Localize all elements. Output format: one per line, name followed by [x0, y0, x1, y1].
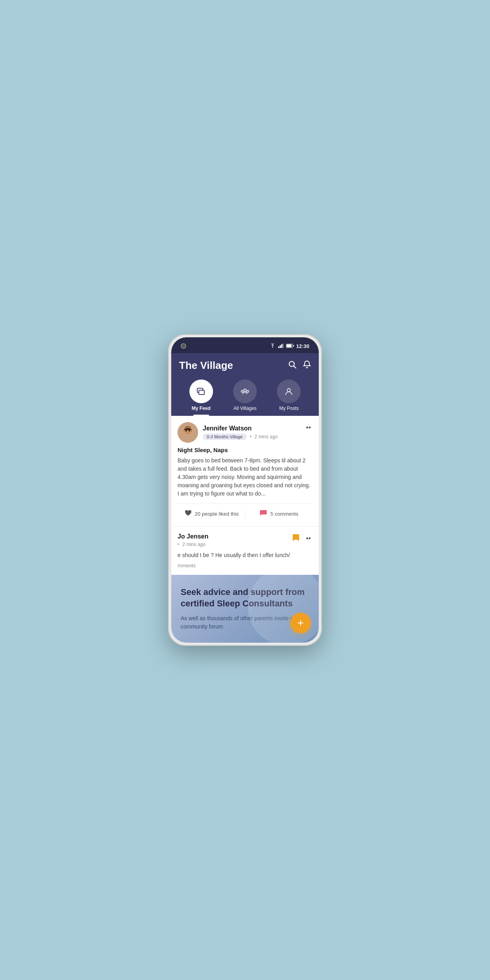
svg-rect-4	[283, 343, 284, 348]
heart-icon	[184, 509, 192, 518]
post-1-header-left: Jennifer Watson 0-3 Months Village • 2 m…	[178, 422, 278, 443]
post-1-author: Jennifer Watson	[203, 425, 278, 432]
post-1-meta: Jennifer Watson 0-3 Months Village • 2 m…	[203, 425, 278, 440]
battery-icon	[286, 344, 294, 349]
avatar-img	[178, 422, 198, 443]
svg-rect-11	[199, 390, 204, 395]
all-villages-icon-circle	[233, 380, 257, 403]
header-top: The Village	[179, 359, 311, 372]
more-options-button-1[interactable]: ••	[304, 422, 312, 434]
tab-my-feed[interactable]: My Feed	[185, 380, 217, 416]
post-1-meta-row: 0-3 Months Village • 2 mins ago	[203, 434, 278, 440]
svg-point-20	[185, 430, 187, 432]
village-badge-1[interactable]: 0-3 Months Village	[203, 434, 247, 440]
post-2-header-left: Jo Jensen • 2 mins ago	[178, 533, 208, 547]
likes-count-1: 20 people liked this	[195, 511, 239, 517]
post-1-actions: 20 people liked this 5 comments	[178, 503, 312, 520]
content-area: Jennifer Watson 0-3 Months Village • 2 m…	[171, 416, 319, 642]
status-right: 12:30	[269, 343, 309, 349]
post-1-header: Jennifer Watson 0-3 Months Village • 2 m…	[178, 422, 312, 443]
post-2-time: 2 mins ago	[182, 542, 206, 547]
post-1-title: Night Sleep, Naps	[178, 447, 312, 453]
post-2-body: e should I be ? He usually d then I offe…	[178, 551, 312, 559]
bookmark-icon[interactable]	[292, 533, 299, 544]
my-posts-label: My Posts	[279, 406, 299, 411]
comments-count-1: 5 comments	[270, 511, 298, 517]
post-1-body: Baby goes to bed between 7-8pm. Sleeps t…	[178, 456, 312, 498]
status-bar: 12:30	[171, 337, 319, 353]
post-2-comments-partial: mments	[178, 563, 312, 569]
status-time: 12:30	[296, 343, 309, 349]
nav-tabs: My Feed All Villages	[179, 380, 311, 416]
notification-icon[interactable]	[303, 360, 311, 371]
comment-icon	[259, 509, 267, 518]
svg-point-12	[244, 389, 246, 391]
svg-rect-1	[278, 346, 279, 348]
post-card-1: Jennifer Watson 0-3 Months Village • 2 m…	[171, 416, 319, 527]
svg-point-14	[247, 391, 249, 393]
promo-title: Seek advice and support from certified S…	[181, 587, 309, 609]
svg-rect-3	[281, 344, 282, 348]
promo-overlay: Seek advice and support from certified S…	[171, 575, 319, 642]
app-header: The Village	[171, 353, 319, 416]
phone-frame: 12:30 The Village	[168, 334, 322, 645]
tab-all-villages[interactable]: All Villages	[229, 380, 261, 416]
svg-point-13	[241, 391, 243, 393]
svg-rect-2	[280, 345, 281, 348]
phone-screen: 12:30 The Village	[171, 337, 319, 642]
post-card-2: Jo Jensen • 2 mins ago ••	[171, 527, 319, 575]
all-villages-label: All Villages	[234, 406, 256, 411]
tab-my-posts[interactable]: My Posts	[273, 380, 305, 416]
post-2-author: Jo Jensen	[178, 533, 208, 540]
my-feed-label: My Feed	[192, 406, 211, 411]
search-icon[interactable]	[288, 360, 297, 371]
svg-rect-6	[286, 344, 292, 347]
svg-point-0	[272, 347, 273, 348]
my-posts-icon-circle	[277, 380, 301, 403]
svg-line-9	[294, 366, 296, 368]
svg-rect-7	[293, 345, 294, 346]
svg-point-21	[189, 430, 190, 432]
post-2-header: Jo Jensen • 2 mins ago ••	[178, 533, 312, 547]
camera-indicator	[181, 343, 186, 349]
more-options-button-2[interactable]: ••	[304, 533, 312, 544]
fab-button[interactable]: +	[290, 613, 311, 633]
signal-icon	[278, 343, 284, 349]
dot-sep-2: •	[178, 542, 179, 547]
header-icons	[288, 360, 311, 371]
my-feed-icon-circle	[189, 380, 213, 403]
avatar-jennifer	[178, 422, 198, 443]
svg-point-15	[287, 389, 290, 392]
dot-separator: •	[250, 434, 251, 440]
comment-button-1[interactable]: 5 comments	[245, 508, 313, 520]
post-1-time: 2 mins ago	[254, 434, 278, 440]
wifi-icon	[269, 343, 276, 349]
app-title: The Village	[179, 359, 233, 372]
post-2-actions-header: ••	[292, 533, 312, 544]
like-button-1[interactable]: 20 people liked this	[178, 508, 245, 520]
